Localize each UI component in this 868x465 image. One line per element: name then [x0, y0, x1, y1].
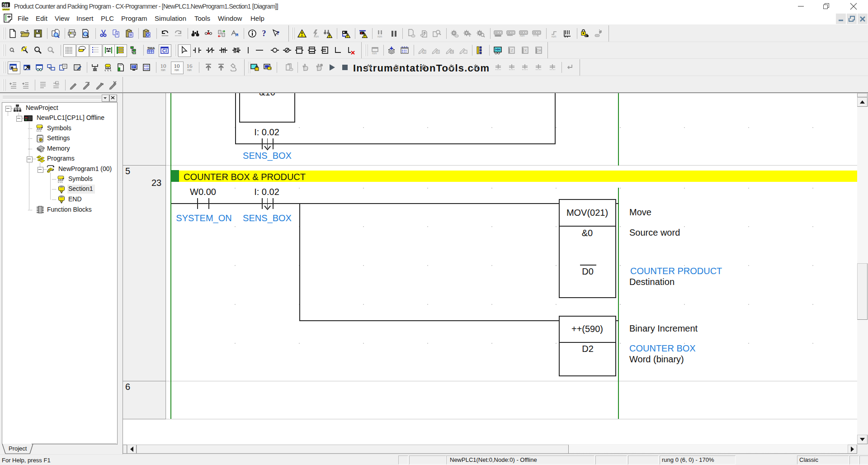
- svg-text:OK: OK: [537, 48, 542, 52]
- svg-text:?: ?: [277, 29, 280, 36]
- svg-text:ron: ron: [187, 68, 192, 71]
- svg-text:OK: OK: [450, 50, 454, 53]
- svg-text:X: X: [437, 50, 439, 53]
- svg-text:ron: ron: [372, 52, 377, 55]
- svg-text:X: X: [524, 48, 527, 52]
- svg-text:HH: HH: [495, 47, 500, 52]
- svg-text:ron: ron: [161, 68, 165, 71]
- svg-text:Z: Z: [424, 50, 425, 53]
- svg-text:ron: ron: [314, 35, 319, 38]
- svg-text:ron: ron: [520, 34, 524, 37]
- svg-text:-: -: [465, 50, 466, 53]
- svg-text:ron: ron: [377, 35, 382, 38]
- svg-text:Z: Z: [511, 48, 513, 52]
- svg-text:?: ?: [262, 29, 266, 38]
- svg-text:ron: ron: [175, 68, 179, 71]
- svg-text:0.02: 0.02: [144, 67, 149, 70]
- svg-text:CI: CI: [162, 48, 167, 53]
- svg-text:ron: ron: [552, 35, 556, 38]
